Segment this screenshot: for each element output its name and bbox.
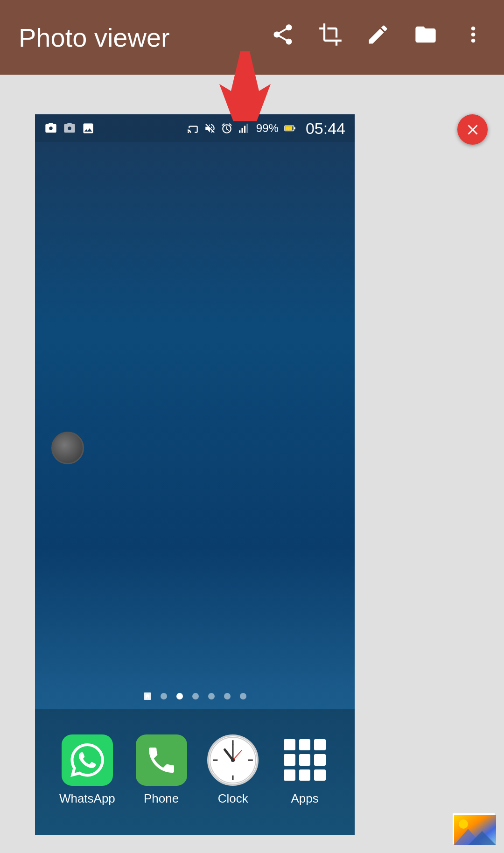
phone-dock-item[interactable]: Phone [136,734,187,806]
cast-icon [187,122,199,134]
apps-icon[interactable] [279,734,330,786]
whatsapp-icon[interactable] [62,734,113,786]
more-options-icon[interactable] [461,22,485,52]
apps-dot-7 [284,769,295,781]
apps-dot-6 [314,754,326,766]
apps-label: Apps [291,791,318,806]
folder-icon[interactable] [413,22,438,52]
apps-dot-4 [284,754,295,766]
page-dot-6[interactable] [224,693,231,699]
apps-dot-3 [314,739,326,751]
apps-dot-8 [299,769,311,781]
photo-thumbnail[interactable] [453,813,495,844]
battery-icon: ⚡ [283,122,297,134]
page-dot-3[interactable] [176,693,183,699]
gray-separator [0,75,504,114]
home-button-widget[interactable] [51,432,84,464]
crop-icon[interactable] [318,22,343,52]
apps-dot-5 [299,754,311,766]
page-dot-4[interactable] [192,693,199,699]
apps-dot-2 [299,739,311,751]
signal-icon [238,122,252,134]
whatsapp-dock-item[interactable]: WhatsApp [59,734,115,806]
svg-rect-4 [244,126,245,133]
alarm-icon [221,122,233,134]
apps-dot-1 [284,739,295,751]
clock-icon[interactable] [207,734,259,786]
phone-label: Phone [144,791,179,806]
toolbar: Photo viewer [0,0,504,75]
status-time: 05:44 [306,119,345,138]
whatsapp-label: WhatsApp [59,791,115,806]
svg-rect-2 [239,130,240,133]
svg-point-20 [231,758,235,762]
svg-rect-5 [246,124,248,133]
camera-icon [44,122,57,135]
svg-text:⚡: ⚡ [287,126,291,131]
status-right-icons: 99% ⚡ 05:44 [187,119,345,138]
phone-screen: 99% ⚡ 05:44 [35,114,355,835]
page-dot-2[interactable] [161,693,167,699]
camera2-icon [63,122,76,135]
svg-rect-8 [294,127,295,129]
status-bar: 99% ⚡ 05:44 [35,114,355,142]
share-icon[interactable] [271,22,295,52]
battery-percentage: 99% [256,122,279,135]
page-dots [35,692,355,700]
svg-rect-3 [241,128,243,133]
clock-dock-item[interactable]: Clock [207,734,259,806]
page-dot-5[interactable] [208,693,215,699]
mute-icon [204,122,216,134]
status-left-icons [44,122,187,135]
home-dot[interactable] [144,692,151,700]
apps-dot-9 [314,769,326,781]
dock: WhatsApp Phone [35,709,355,835]
phone-app-icon[interactable] [136,734,187,786]
page-title: Photo viewer [19,22,247,53]
clock-label: Clock [218,791,248,806]
svg-point-22 [459,819,468,829]
close-button[interactable] [457,114,488,145]
image-icon [82,122,95,135]
apps-dock-item[interactable]: Apps [279,734,330,806]
page-dot-7[interactable] [240,693,246,699]
edit-icon[interactable] [366,22,390,52]
